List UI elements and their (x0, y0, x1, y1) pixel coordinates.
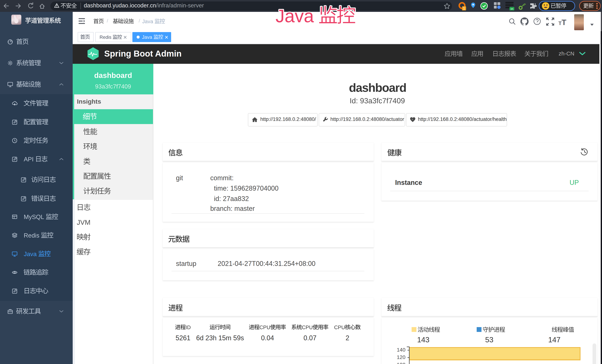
svg-text:1: 1 (463, 7, 465, 10)
svg-text:on: on (511, 7, 513, 10)
